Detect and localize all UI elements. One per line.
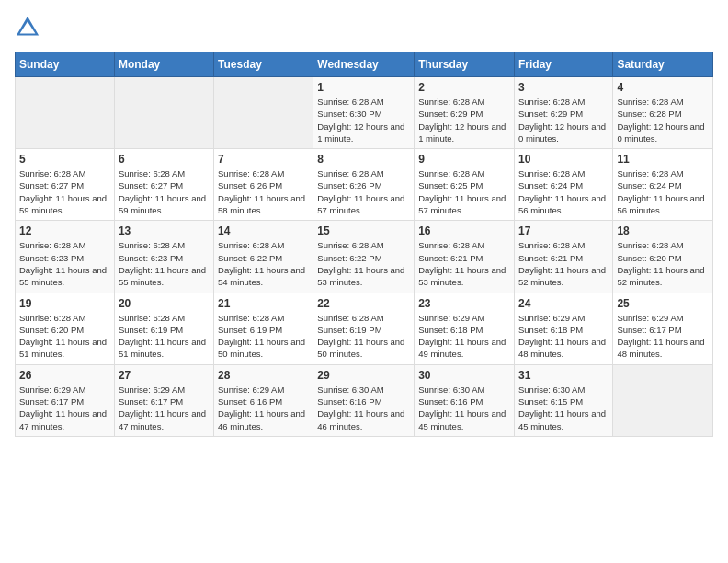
day-number: 24 — [518, 297, 609, 310]
day-number: 5 — [19, 153, 110, 166]
calendar-week-row: 19Sunrise: 6:28 AM Sunset: 6:20 PM Dayli… — [16, 293, 713, 364]
day-number: 29 — [317, 369, 410, 382]
day-number: 13 — [119, 224, 210, 237]
calendar-cell: 5Sunrise: 6:28 AM Sunset: 6:27 PM Daylig… — [16, 149, 115, 221]
day-number: 21 — [218, 297, 309, 310]
day-info: Sunrise: 6:28 AM Sunset: 6:25 PM Dayligh… — [418, 167, 510, 216]
day-info: Sunrise: 6:28 AM Sunset: 6:20 PM Dayligh… — [617, 239, 709, 288]
day-number: 12 — [19, 224, 110, 237]
day-info: Sunrise: 6:28 AM Sunset: 6:27 PM Dayligh… — [119, 167, 210, 216]
calendar-cell: 24Sunrise: 6:29 AM Sunset: 6:18 PM Dayli… — [514, 293, 612, 364]
day-info: Sunrise: 6:28 AM Sunset: 6:26 PM Dayligh… — [317, 167, 410, 216]
calendar-cell: 19Sunrise: 6:28 AM Sunset: 6:20 PM Dayli… — [16, 293, 115, 364]
calendar-week-row: 12Sunrise: 6:28 AM Sunset: 6:23 PM Dayli… — [16, 221, 713, 293]
day-info: Sunrise: 6:29 AM Sunset: 6:17 PM Dayligh… — [119, 384, 210, 432]
calendar-cell: 28Sunrise: 6:29 AM Sunset: 6:16 PM Dayli… — [214, 364, 313, 436]
day-number: 16 — [418, 224, 510, 237]
day-number: 22 — [317, 297, 410, 310]
calendar-cell — [114, 77, 213, 149]
day-header-monday: Monday — [114, 52, 213, 77]
day-info: Sunrise: 6:29 AM Sunset: 6:17 PM Dayligh… — [617, 312, 709, 361]
calendar-cell: 9Sunrise: 6:28 AM Sunset: 6:25 PM Daylig… — [415, 149, 515, 221]
day-info: Sunrise: 6:28 AM Sunset: 6:20 PM Dayligh… — [19, 312, 110, 361]
day-number: 4 — [617, 81, 709, 94]
calendar-cell: 6Sunrise: 6:28 AM Sunset: 6:27 PM Daylig… — [114, 149, 213, 221]
calendar-cell: 3Sunrise: 6:28 AM Sunset: 6:29 PM Daylig… — [514, 77, 612, 149]
calendar-cell: 15Sunrise: 6:28 AM Sunset: 6:22 PM Dayli… — [313, 221, 415, 293]
calendar-cell — [16, 77, 115, 149]
calendar-cell: 18Sunrise: 6:28 AM Sunset: 6:20 PM Dayli… — [613, 221, 713, 293]
day-number: 28 — [218, 369, 309, 382]
calendar-week-row: 5Sunrise: 6:28 AM Sunset: 6:27 PM Daylig… — [16, 149, 713, 221]
day-info: Sunrise: 6:30 AM Sunset: 6:16 PM Dayligh… — [317, 384, 410, 432]
page-header — [15, 15, 713, 40]
day-number: 10 — [518, 153, 609, 166]
day-header-thursday: Thursday — [415, 52, 515, 77]
day-number: 31 — [518, 369, 609, 382]
day-number: 1 — [317, 81, 410, 94]
day-number: 6 — [119, 153, 210, 166]
day-number: 11 — [617, 153, 709, 166]
calendar-cell — [214, 77, 313, 149]
calendar-cell: 27Sunrise: 6:29 AM Sunset: 6:17 PM Dayli… — [114, 364, 213, 436]
day-number: 8 — [317, 153, 410, 166]
day-number: 25 — [617, 297, 709, 310]
day-info: Sunrise: 6:28 AM Sunset: 6:24 PM Dayligh… — [518, 167, 609, 216]
day-info: Sunrise: 6:30 AM Sunset: 6:15 PM Dayligh… — [518, 384, 609, 432]
day-info: Sunrise: 6:29 AM Sunset: 6:16 PM Dayligh… — [218, 384, 309, 432]
calendar-cell: 29Sunrise: 6:30 AM Sunset: 6:16 PM Dayli… — [313, 364, 415, 436]
day-info: Sunrise: 6:28 AM Sunset: 6:21 PM Dayligh… — [418, 239, 510, 288]
calendar-cell: 11Sunrise: 6:28 AM Sunset: 6:24 PM Dayli… — [613, 149, 713, 221]
calendar-cell — [613, 364, 713, 436]
calendar-cell: 30Sunrise: 6:30 AM Sunset: 6:16 PM Dayli… — [415, 364, 515, 436]
logo-icon — [15, 15, 40, 40]
calendar-week-row: 26Sunrise: 6:29 AM Sunset: 6:17 PM Dayli… — [16, 364, 713, 436]
calendar-week-row: 1Sunrise: 6:28 AM Sunset: 6:30 PM Daylig… — [16, 77, 713, 149]
day-number: 7 — [218, 153, 309, 166]
calendar-cell: 23Sunrise: 6:29 AM Sunset: 6:18 PM Dayli… — [415, 293, 515, 364]
day-number: 14 — [218, 224, 309, 237]
day-info: Sunrise: 6:28 AM Sunset: 6:29 PM Dayligh… — [418, 96, 510, 144]
calendar-cell: 31Sunrise: 6:30 AM Sunset: 6:15 PM Dayli… — [514, 364, 612, 436]
day-number: 27 — [119, 369, 210, 382]
day-header-sunday: Sunday — [16, 52, 115, 77]
calendar-cell: 7Sunrise: 6:28 AM Sunset: 6:26 PM Daylig… — [214, 149, 313, 221]
calendar-cell: 12Sunrise: 6:28 AM Sunset: 6:23 PM Dayli… — [16, 221, 115, 293]
day-info: Sunrise: 6:28 AM Sunset: 6:30 PM Dayligh… — [317, 96, 410, 144]
day-info: Sunrise: 6:28 AM Sunset: 6:23 PM Dayligh… — [19, 239, 110, 288]
day-number: 17 — [518, 224, 609, 237]
calendar-cell: 20Sunrise: 6:28 AM Sunset: 6:19 PM Dayli… — [114, 293, 213, 364]
day-number: 9 — [418, 153, 510, 166]
day-info: Sunrise: 6:28 AM Sunset: 6:27 PM Dayligh… — [19, 167, 110, 216]
day-info: Sunrise: 6:28 AM Sunset: 6:22 PM Dayligh… — [218, 239, 309, 288]
day-header-wednesday: Wednesday — [313, 52, 415, 77]
calendar-cell: 25Sunrise: 6:29 AM Sunset: 6:17 PM Dayli… — [613, 293, 713, 364]
day-info: Sunrise: 6:28 AM Sunset: 6:26 PM Dayligh… — [218, 167, 309, 216]
day-info: Sunrise: 6:28 AM Sunset: 6:24 PM Dayligh… — [617, 167, 709, 216]
day-info: Sunrise: 6:28 AM Sunset: 6:28 PM Dayligh… — [617, 96, 709, 144]
calendar-cell: 2Sunrise: 6:28 AM Sunset: 6:29 PM Daylig… — [415, 77, 515, 149]
calendar-cell: 21Sunrise: 6:28 AM Sunset: 6:19 PM Dayli… — [214, 293, 313, 364]
calendar-cell: 1Sunrise: 6:28 AM Sunset: 6:30 PM Daylig… — [313, 77, 415, 149]
day-header-tuesday: Tuesday — [214, 52, 313, 77]
day-header-friday: Friday — [514, 52, 612, 77]
calendar-cell: 16Sunrise: 6:28 AM Sunset: 6:21 PM Dayli… — [415, 221, 515, 293]
day-number: 15 — [317, 224, 410, 237]
day-info: Sunrise: 6:28 AM Sunset: 6:29 PM Dayligh… — [518, 96, 609, 144]
day-info: Sunrise: 6:28 AM Sunset: 6:23 PM Dayligh… — [119, 239, 210, 288]
calendar-cell: 4Sunrise: 6:28 AM Sunset: 6:28 PM Daylig… — [613, 77, 713, 149]
day-info: Sunrise: 6:28 AM Sunset: 6:19 PM Dayligh… — [218, 312, 309, 361]
day-number: 19 — [19, 297, 110, 310]
day-info: Sunrise: 6:29 AM Sunset: 6:17 PM Dayligh… — [19, 384, 110, 432]
day-number: 26 — [19, 369, 110, 382]
day-info: Sunrise: 6:29 AM Sunset: 6:18 PM Dayligh… — [418, 312, 510, 361]
logo — [15, 15, 44, 40]
day-info: Sunrise: 6:28 AM Sunset: 6:21 PM Dayligh… — [518, 239, 609, 288]
day-info: Sunrise: 6:28 AM Sunset: 6:19 PM Dayligh… — [119, 312, 210, 361]
day-info: Sunrise: 6:28 AM Sunset: 6:22 PM Dayligh… — [317, 239, 410, 288]
day-number: 20 — [119, 297, 210, 310]
calendar-cell: 8Sunrise: 6:28 AM Sunset: 6:26 PM Daylig… — [313, 149, 415, 221]
calendar-cell: 26Sunrise: 6:29 AM Sunset: 6:17 PM Dayli… — [16, 364, 115, 436]
calendar-cell: 14Sunrise: 6:28 AM Sunset: 6:22 PM Dayli… — [214, 221, 313, 293]
calendar-cell: 13Sunrise: 6:28 AM Sunset: 6:23 PM Dayli… — [114, 221, 213, 293]
